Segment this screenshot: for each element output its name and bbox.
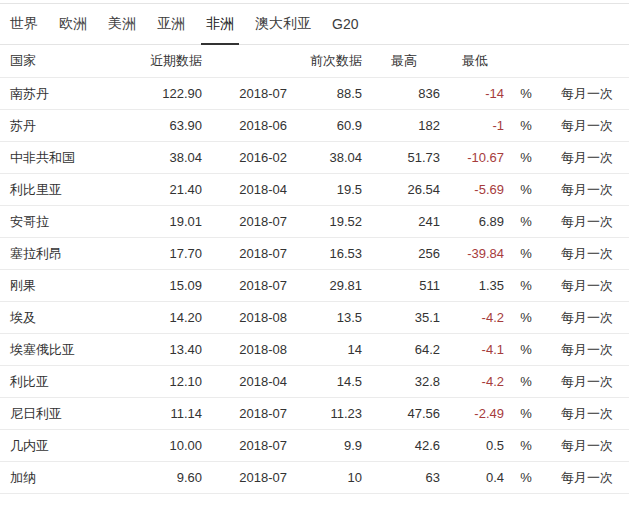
table-row[interactable]: 苏丹 63.90 2018-06 60.9 182 -1 % 每月一次 — [0, 110, 629, 142]
country-name[interactable]: 中非共和国 — [0, 142, 150, 174]
region-tabs: 世界 欧洲 美洲 亚洲 非洲 澳大利亚 G20 — [0, 3, 629, 45]
highest-value: 241 — [365, 206, 443, 238]
highest-value: 26.54 — [365, 174, 443, 206]
frequency-label: 每月一次 — [545, 430, 629, 462]
recent-value: 63.90 — [150, 110, 205, 142]
table-header-row: 国家 近期数据 前次数据 最高 最低 — [0, 45, 629, 78]
recent-value: 122.90 — [150, 78, 205, 110]
recent-value: 38.04 — [150, 142, 205, 174]
frequency-label: 每月一次 — [545, 398, 629, 430]
recent-date: 2018-07 — [205, 270, 290, 302]
recent-date: 2018-08 — [205, 334, 290, 366]
table-row[interactable]: 南苏丹 122.90 2018-07 88.5 836 -14 % 每月一次 — [0, 78, 629, 110]
highest-value: 63 — [365, 462, 443, 494]
table-row[interactable]: 利比里亚 21.40 2018-04 19.5 26.54 -5.69 % 每月… — [0, 174, 629, 206]
recent-value: 11.14 — [150, 398, 205, 430]
lowest-value: 0.5 — [443, 430, 507, 462]
table-row[interactable]: 利比亚 12.10 2018-04 14.5 32.8 -4.2 % 每月一次 — [0, 366, 629, 398]
previous-value: 29.81 — [290, 270, 365, 302]
previous-value: 88.5 — [290, 78, 365, 110]
tab-africa[interactable]: 非洲 — [206, 4, 234, 44]
recent-value: 9.60 — [150, 462, 205, 494]
countries-data-table: 国家 近期数据 前次数据 最高 最低 南苏丹 122.90 2018-07 88… — [0, 45, 629, 494]
recent-value: 19.01 — [150, 206, 205, 238]
recent-date: 2018-06 — [205, 110, 290, 142]
highest-value: 42.6 — [365, 430, 443, 462]
country-name[interactable]: 苏丹 — [0, 110, 150, 142]
table-row[interactable]: 加纳 9.60 2018-07 10 63 0.4 % 每月一次 — [0, 462, 629, 494]
lowest-value: -39.84 — [443, 238, 507, 270]
recent-value: 17.70 — [150, 238, 205, 270]
table-row[interactable]: 中非共和国 38.04 2016-02 38.04 51.73 -10.67 %… — [0, 142, 629, 174]
frequency-label: 每月一次 — [545, 462, 629, 494]
header-previous: 前次数据 — [290, 45, 365, 78]
recent-date: 2018-04 — [205, 174, 290, 206]
table-row[interactable]: 安哥拉 19.01 2018-07 19.52 241 6.89 % 每月一次 — [0, 206, 629, 238]
country-name[interactable]: 利比亚 — [0, 366, 150, 398]
tab-australia[interactable]: 澳大利亚 — [255, 4, 311, 44]
lowest-value: 0.4 — [443, 462, 507, 494]
previous-value: 16.53 — [290, 238, 365, 270]
recent-value: 14.20 — [150, 302, 205, 334]
highest-value: 64.2 — [365, 334, 443, 366]
unit-symbol: % — [507, 366, 545, 398]
recent-date: 2018-04 — [205, 366, 290, 398]
lowest-value: -10.67 — [443, 142, 507, 174]
country-name[interactable]: 尼日利亚 — [0, 398, 150, 430]
previous-value: 60.9 — [290, 110, 365, 142]
lowest-value: -4.2 — [443, 302, 507, 334]
table-body: 南苏丹 122.90 2018-07 88.5 836 -14 % 每月一次 苏… — [0, 78, 629, 494]
previous-value: 19.5 — [290, 174, 365, 206]
frequency-label: 每月一次 — [545, 270, 629, 302]
tab-asia[interactable]: 亚洲 — [157, 4, 185, 44]
unit-symbol: % — [507, 398, 545, 430]
recent-date: 2018-07 — [205, 206, 290, 238]
country-name[interactable]: 塞拉利昂 — [0, 238, 150, 270]
table-row[interactable]: 刚果 15.09 2018-07 29.81 511 1.35 % 每月一次 — [0, 270, 629, 302]
table-row[interactable]: 埃及 14.20 2018-08 13.5 35.1 -4.2 % 每月一次 — [0, 302, 629, 334]
unit-symbol: % — [507, 142, 545, 174]
frequency-label: 每月一次 — [545, 174, 629, 206]
unit-symbol: % — [507, 78, 545, 110]
previous-value: 38.04 — [290, 142, 365, 174]
recent-value: 15.09 — [150, 270, 205, 302]
unit-symbol: % — [507, 110, 545, 142]
country-name[interactable]: 埃及 — [0, 302, 150, 334]
recent-value: 13.40 — [150, 334, 205, 366]
previous-value: 14.5 — [290, 366, 365, 398]
table-row[interactable]: 几内亚 10.00 2018-07 9.9 42.6 0.5 % 每月一次 — [0, 430, 629, 462]
lowest-value: -14 — [443, 78, 507, 110]
tab-g20[interactable]: G20 — [332, 4, 358, 44]
header-highest: 最高 — [365, 45, 443, 78]
lowest-value: 6.89 — [443, 206, 507, 238]
lowest-value: -1 — [443, 110, 507, 142]
tab-americas[interactable]: 美洲 — [108, 4, 136, 44]
frequency-label: 每月一次 — [545, 206, 629, 238]
country-name[interactable]: 南苏丹 — [0, 78, 150, 110]
unit-symbol: % — [507, 206, 545, 238]
frequency-label: 每月一次 — [545, 366, 629, 398]
frequency-label: 每月一次 — [545, 142, 629, 174]
table-row[interactable]: 埃塞俄比亚 13.40 2018-08 14 64.2 -4.1 % 每月一次 — [0, 334, 629, 366]
tab-world[interactable]: 世界 — [10, 4, 38, 44]
highest-value: 35.1 — [365, 302, 443, 334]
header-lowest: 最低 — [443, 45, 507, 78]
frequency-label: 每月一次 — [545, 110, 629, 142]
highest-value: 511 — [365, 270, 443, 302]
country-name[interactable]: 埃塞俄比亚 — [0, 334, 150, 366]
country-name[interactable]: 几内亚 — [0, 430, 150, 462]
recent-value: 21.40 — [150, 174, 205, 206]
frequency-label: 每月一次 — [545, 302, 629, 334]
country-name[interactable]: 利比里亚 — [0, 174, 150, 206]
table-row[interactable]: 尼日利亚 11.14 2018-07 11.23 47.56 -2.49 % 每… — [0, 398, 629, 430]
country-name[interactable]: 刚果 — [0, 270, 150, 302]
country-name[interactable]: 安哥拉 — [0, 206, 150, 238]
header-country: 国家 — [0, 45, 150, 78]
tab-europe[interactable]: 欧洲 — [59, 4, 87, 44]
lowest-value: -4.1 — [443, 334, 507, 366]
highest-value: 47.56 — [365, 398, 443, 430]
table-row[interactable]: 塞拉利昂 17.70 2018-07 16.53 256 -39.84 % 每月… — [0, 238, 629, 270]
country-name[interactable]: 加纳 — [0, 462, 150, 494]
previous-value: 19.52 — [290, 206, 365, 238]
unit-symbol: % — [507, 430, 545, 462]
